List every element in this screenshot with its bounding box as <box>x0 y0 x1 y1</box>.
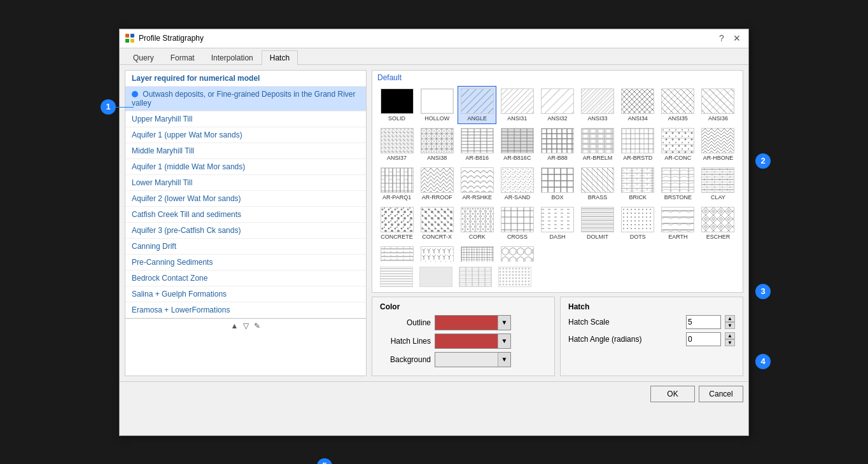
hatch-angle[interactable]: ANGLE <box>458 86 496 124</box>
hatch-ar-b816c[interactable]: AR-B816C <box>498 125 536 164</box>
layer-down-button[interactable]: ▽ <box>243 321 249 330</box>
hatch-angle-spinner[interactable]: ▲ ▼ <box>725 332 735 346</box>
hatch-ar-brelm[interactable]: AR-BRELM <box>578 125 617 164</box>
cancel-button[interactable]: Cancel <box>699 386 743 402</box>
hatch-brass[interactable]: BRASS <box>578 165 617 203</box>
layer-bedrock[interactable]: Bedrock Contact Zone <box>125 271 366 286</box>
outline-color-dropdown[interactable]: ▼ <box>435 315 511 330</box>
layer-eramosa[interactable]: Eramosa + LowerFormations <box>125 302 366 318</box>
ok-button[interactable]: OK <box>650 386 695 402</box>
right-panel: Default SOLID <box>372 70 743 376</box>
hatch-preview-ar-brelm <box>581 128 614 153</box>
hatch-ar-parq1[interactable]: AR-PARQ1 <box>377 165 416 203</box>
layer-aquifer3[interactable]: Aquifer 3 (pre-Catfish Ck sands) <box>125 223 366 239</box>
hatch-ar-sand[interactable]: AR-SAND <box>498 165 536 203</box>
layer-lower-maryhill[interactable]: Lower Maryhill Till <box>125 175 366 191</box>
hatch-ar-b88[interactable]: AR-B88 <box>538 125 577 164</box>
hatch-ansi34[interactable]: ANSI34 <box>619 86 657 124</box>
hatch-dots[interactable]: DOTS <box>619 204 657 243</box>
hatch-label-brick: BRICK <box>629 194 647 200</box>
hatch-angle-down[interactable]: ▼ <box>725 339 735 346</box>
hatch-scale-spinner[interactable]: ▲ ▼ <box>725 315 735 329</box>
layer-outwash[interactable]: Outwash deposits, or Fine-grained Deposi… <box>125 87 366 111</box>
hatch-preview-ansi31 <box>501 88 534 114</box>
hatch-label-angle: ANGLE <box>468 115 487 122</box>
hatch-label-ar-parq1: AR-PARQ1 <box>382 194 411 200</box>
hatch-ar-rshke[interactable]: AR-RSHKE <box>458 165 496 203</box>
hatch-ansi38[interactable]: ANSI38 <box>417 125 456 164</box>
hatch-concrete[interactable]: CONCRETE <box>377 204 416 243</box>
hatch-ansi33[interactable]: ANSI33 <box>578 86 617 124</box>
hatch-hex[interactable]: HEX <box>498 244 536 262</box>
layer-middle-maryhill[interactable]: Middle Maryhill Till <box>125 143 366 159</box>
hatch-ansi32[interactable]: ANSI32 <box>538 86 577 124</box>
layer-aquifer2[interactable]: Aquifer 2 (lower Wat Mor sands) <box>125 191 366 207</box>
hatch-escher[interactable]: ESCHER <box>699 204 738 243</box>
hatch-more-4[interactable] <box>496 264 534 290</box>
hatch-label-ar-sand: AR-SAND <box>505 194 531 200</box>
hatch-hollow[interactable]: HOLLOW <box>417 86 456 124</box>
annotation-2: 2 <box>755 153 771 169</box>
layer-pre-canning[interactable]: Pre-Canning Sediments <box>125 255 366 271</box>
hatch-ar-rroof[interactable]: AR-RROOF <box>417 165 456 203</box>
hatch-lines-color-dropdown[interactable]: ▼ <box>435 334 511 349</box>
hatch-ar-b816[interactable]: AR-B816 <box>458 125 496 164</box>
svg-rect-36 <box>542 129 573 153</box>
hatch-preview-ansi33 <box>581 88 614 114</box>
hatch-more-1[interactable] <box>377 264 416 290</box>
hatch-scale-input[interactable] <box>686 315 721 329</box>
hatch-scale-up[interactable]: ▲ <box>725 315 735 322</box>
hatch-label-ar-brstd: AR-BRSTD <box>623 155 652 161</box>
hatch-scale-down[interactable]: ▼ <box>725 322 735 329</box>
hatch-solid[interactable]: SOLID <box>377 86 416 124</box>
layer-aquifer1-upper[interactable]: Aquifer 1 (upper Wat Mor sands) <box>125 127 366 143</box>
hatch-angle-input[interactable] <box>686 332 721 346</box>
close-button[interactable]: ✕ <box>731 32 743 45</box>
hatch-preview-ansi38 <box>421 128 454 153</box>
hatch-flex[interactable]: FLEX <box>377 244 416 262</box>
hatch-ansi37[interactable]: ANSI37 <box>377 125 416 164</box>
hatch-ar-hbone[interactable]: AR-HBONE <box>699 125 738 164</box>
hatch-ar-conc[interactable]: AR-CONC <box>659 125 697 164</box>
hatch-cork[interactable]: CORK <box>458 204 496 243</box>
layer-canning-drift[interactable]: Canning Drift <box>125 239 366 255</box>
hatch-concrt-x[interactable]: CONCRT-X <box>417 204 456 243</box>
hatch-dolmit[interactable]: DOLMIT <box>578 204 617 243</box>
layer-aquifer1-middle[interactable]: Aquifer 1 (middle Wat Mor sands) <box>125 159 366 175</box>
hatch-grate[interactable]: GRATE <box>458 244 496 262</box>
hatch-box[interactable]: BOX <box>538 165 577 203</box>
color-panel: Color Outline ▼ Hatch Lines ▼ <box>372 297 555 376</box>
hatch-ar-brstd[interactable]: AR-BRSTD <box>619 125 657 164</box>
tab-hatch[interactable]: Hatch <box>262 50 298 65</box>
tab-query[interactable]: Query <box>125 50 162 65</box>
hatch-clay[interactable]: CLAY <box>699 165 738 203</box>
outline-dropdown-arrow[interactable]: ▼ <box>498 316 510 330</box>
hatch-ansi35[interactable]: ANSI35 <box>659 86 697 124</box>
tab-format[interactable]: Format <box>162 50 203 65</box>
hatch-cross[interactable]: CROSS <box>498 204 536 243</box>
background-dropdown-arrow[interactable]: ▼ <box>498 353 510 367</box>
hatch-dash[interactable]: DASH <box>538 204 577 243</box>
hatch-ansi36[interactable]: ANSI36 <box>699 86 738 124</box>
hatch-brstone[interactable]: BRSTONE <box>659 165 697 203</box>
help-button[interactable]: ? <box>715 32 728 45</box>
hatch-ansi31[interactable]: ANSI31 <box>498 86 536 124</box>
background-color-dropdown[interactable]: ▼ <box>435 352 511 367</box>
layer-salina[interactable]: Salina + Guelph Formations <box>125 286 366 302</box>
hatch-brick[interactable]: BRICK <box>619 165 657 203</box>
layer-up-button[interactable]: ▲ <box>231 321 239 330</box>
hatch-preview-ar-hbone <box>701 128 734 153</box>
layer-upper-maryhill[interactable]: Upper Maryhill Till <box>125 111 366 127</box>
dialog-window: Profile Stratigraphy ? ✕ Query Format In… <box>119 29 749 436</box>
hatch-grass[interactable]: GRASS <box>417 244 456 262</box>
hatch-lines-dropdown-arrow[interactable]: ▼ <box>498 334 510 348</box>
layer-catfish-creek[interactable]: Catfish Creek Till and sediments <box>125 207 366 223</box>
hatch-more-3[interactable] <box>456 264 494 290</box>
hatch-more-2[interactable] <box>417 264 455 290</box>
tab-interpolation[interactable]: Interpolation <box>203 50 262 65</box>
hatch-angle-up[interactable]: ▲ <box>725 332 735 339</box>
svg-rect-71 <box>662 168 694 192</box>
hatch-earth[interactable]: EARTH <box>659 204 697 243</box>
hatch-grid-scroll[interactable]: SOLID HOLLOW <box>372 83 743 262</box>
layer-edit-button[interactable]: ✎ <box>254 321 260 330</box>
